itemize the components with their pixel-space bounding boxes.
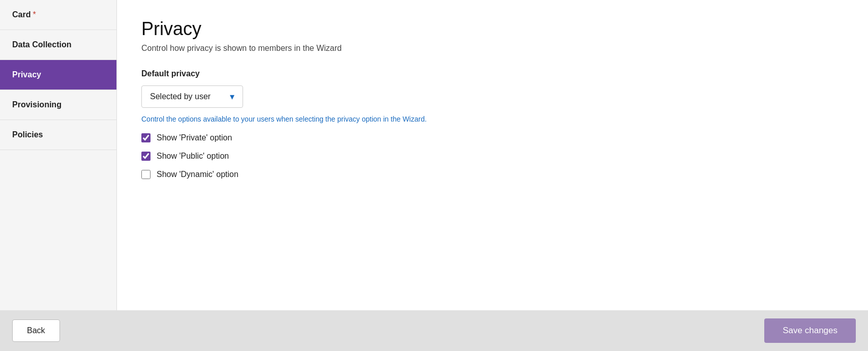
page-title: Privacy <box>141 18 844 40</box>
sidebar-item-card: Card* <box>0 0 116 30</box>
sidebar-item-provisioning[interactable]: Provisioning <box>0 90 116 120</box>
page-subtitle: Control how privacy is shown to members … <box>141 44 844 53</box>
checkbox-private-label: Show 'Private' option <box>157 133 232 142</box>
default-privacy-label: Default privacy <box>141 69 844 78</box>
checkbox-public-label: Show 'Public' option <box>157 152 229 161</box>
checkbox-dynamic-label: Show 'Dynamic' option <box>157 170 238 179</box>
sidebar-item-policies[interactable]: Policies <box>0 120 116 150</box>
back-button[interactable]: Back <box>12 319 60 342</box>
checkbox-private[interactable]: Show 'Private' option <box>141 133 844 142</box>
helper-text: Control the options available to your us… <box>141 115 844 123</box>
chevron-down-icon: ▾ <box>230 91 234 102</box>
save-changes-button[interactable]: Save changes <box>764 318 856 343</box>
sidebar-item-privacy[interactable]: Privacy <box>0 60 116 90</box>
sidebar: Card* Data Collection Privacy Provisioni… <box>0 0 117 310</box>
sidebar-item-data-collection[interactable]: Data Collection <box>0 30 116 60</box>
checkbox-public[interactable]: Show 'Public' option <box>141 152 844 161</box>
footer: Back Save changes <box>0 310 868 351</box>
checkbox-public-input[interactable] <box>141 152 151 161</box>
checkbox-dynamic[interactable]: Show 'Dynamic' option <box>141 170 844 179</box>
main-content: Privacy Control how privacy is shown to … <box>117 0 868 310</box>
checkbox-dynamic-input[interactable] <box>141 170 151 179</box>
default-privacy-dropdown[interactable]: Selected by user ▾ <box>141 85 243 108</box>
checkbox-private-input[interactable] <box>141 133 151 142</box>
card-label: Card <box>12 10 31 19</box>
dropdown-value: Selected by user <box>150 92 211 101</box>
card-asterisk: * <box>33 10 36 19</box>
